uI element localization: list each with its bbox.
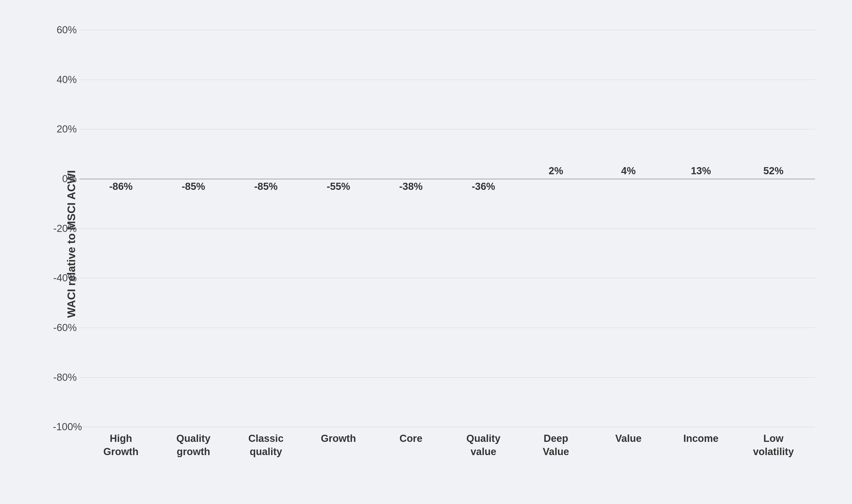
- bar-group: -38%: [375, 30, 447, 427]
- bar-wrapper: -85%: [237, 179, 295, 192]
- x-axis-label: Income: [665, 432, 737, 458]
- bar-group: 2%: [520, 30, 592, 427]
- bar-value-label: 52%: [763, 165, 783, 177]
- gridline-label: 0%: [53, 173, 77, 184]
- bar-group: 4%: [592, 30, 665, 427]
- y-axis-label: WACI relative to MSCI ACWI: [58, 30, 80, 458]
- bar-value-label: -86%: [109, 181, 133, 192]
- x-axis-labels: HighGrowthQualitygrowthClassicqualityGro…: [80, 432, 815, 458]
- bar-value-label: -85%: [182, 181, 205, 192]
- gridline-label: -20%: [53, 223, 77, 234]
- bar-wrapper: -86%: [92, 179, 150, 192]
- bar-wrapper: -36%: [454, 179, 512, 192]
- bar-value-label: 13%: [691, 165, 711, 177]
- gridline-label: -60%: [53, 322, 77, 333]
- x-axis-label: Growth: [302, 432, 375, 458]
- bar-group: -55%: [302, 30, 375, 427]
- gridline-label: 60%: [53, 24, 77, 36]
- bar-value-label: -36%: [472, 181, 495, 192]
- bar-value-label: -85%: [254, 181, 278, 192]
- gridline-label: -40%: [53, 272, 77, 284]
- gridline-label: 20%: [53, 124, 77, 135]
- bar-wrapper: -85%: [164, 179, 222, 192]
- bar-group: -85%: [157, 30, 230, 427]
- x-axis-label: HighGrowth: [85, 432, 157, 458]
- bar-value-label: 4%: [621, 165, 636, 177]
- gridline-label: 40%: [53, 74, 77, 85]
- bar-group: 13%: [665, 30, 737, 427]
- bar-wrapper: 4%: [599, 165, 657, 179]
- x-axis-label: Value: [592, 432, 665, 458]
- bar-group: 52%: [737, 30, 810, 427]
- bar-wrapper: 52%: [744, 165, 802, 179]
- chart-area: WACI relative to MSCI ACWI 60%40%20%0%-2…: [58, 30, 815, 458]
- bar-value-label: 2%: [549, 165, 563, 177]
- x-axis-label: Qualityvalue: [447, 432, 520, 458]
- x-axis-label: Qualitygrowth: [157, 432, 230, 458]
- chart-inner: 60%40%20%0%-20%-40%-60%-80%-100%-86%-85%…: [80, 30, 815, 458]
- x-axis-label: Core: [375, 432, 447, 458]
- x-axis-label: Lowvolatility: [737, 432, 810, 458]
- gridline-label: -80%: [53, 372, 77, 383]
- bar-wrapper: 13%: [672, 165, 730, 179]
- gridline-label: -100%: [53, 421, 77, 433]
- bar-group: -86%: [85, 30, 157, 427]
- bar-group: -36%: [447, 30, 520, 427]
- bar-wrapper: -55%: [309, 179, 367, 192]
- grid-and-bars: 60%40%20%0%-20%-40%-60%-80%-100%-86%-85%…: [80, 30, 815, 427]
- bar-value-label: -55%: [327, 181, 350, 192]
- x-axis-label: Classicquality: [230, 432, 302, 458]
- bar-group: -85%: [230, 30, 302, 427]
- x-axis-label: DeepValue: [520, 432, 592, 458]
- bar-value-label: -38%: [399, 181, 423, 192]
- bar-wrapper: 2%: [527, 165, 585, 179]
- bar-wrapper: -38%: [382, 179, 440, 192]
- bars-row: -86%-85%-85%-55%-38%-36%2%4%13%52%: [80, 30, 815, 427]
- chart-container: WACI relative to MSCI ACWI 60%40%20%0%-2…: [16, 14, 836, 490]
